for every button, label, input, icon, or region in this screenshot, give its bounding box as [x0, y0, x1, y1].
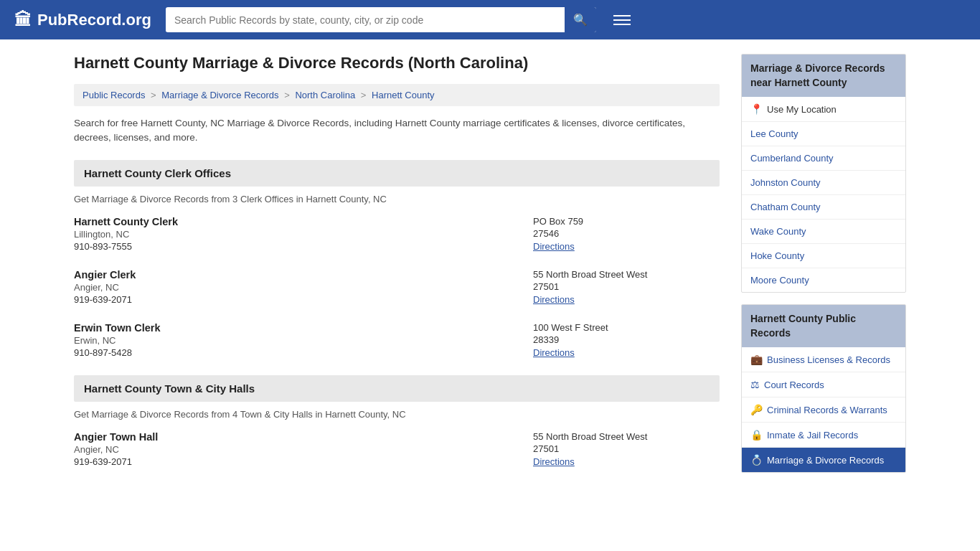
- breadcrumb: Public Records > Marriage & Divorce Reco…: [74, 84, 720, 106]
- sidebar-item-hoke-county[interactable]: Hoke County: [742, 244, 905, 268]
- site-logo[interactable]: 🏛 PubRecord.org: [14, 10, 151, 30]
- city-hall-office-1-phone: 919-639-2071: [74, 456, 519, 467]
- clerk-office-3-directions[interactable]: Directions: [533, 347, 575, 358]
- clerk-office-3-right: 100 West F Street 28339 Directions: [533, 322, 720, 358]
- content-area: Harnett County Marriage & Divorce Record…: [74, 54, 720, 484]
- clerk-section-desc: Get Marriage & Divorce Records from 3 Cl…: [74, 194, 720, 204]
- breadcrumb-north-carolina[interactable]: North Carolina: [295, 90, 355, 100]
- sidebar-inmate-label: Inmate & Jail Records: [767, 430, 858, 441]
- sidebar-court-records[interactable]: ⚖ Court Records: [742, 372, 905, 397]
- sidebar: Marriage & Divorce Records near Harnett …: [741, 54, 906, 484]
- breadcrumb-sep-2: >: [284, 90, 292, 100]
- city-hall-office-1-directions[interactable]: Directions: [533, 456, 575, 467]
- clerk-office-3: Erwin Town Clerk Erwin, NC 910-897-5428 …: [74, 322, 720, 358]
- sidebar-lee-county-label: Lee County: [750, 128, 798, 139]
- sidebar-business-licenses[interactable]: 💼 Business Licenses & Records: [742, 347, 905, 372]
- nearby-box-body: 📍 Use My Location Lee County Cumberland …: [742, 97, 905, 292]
- sidebar-marriage-divorce[interactable]: 💍 Marriage & Divorce Records: [742, 448, 905, 472]
- clerk-office-1: Harnett County Clerk Lillington, NC 910-…: [74, 216, 720, 252]
- sidebar-hoke-county-label: Hoke County: [750, 250, 804, 261]
- menu-line-3: [613, 24, 631, 25]
- sidebar-item-lee-county[interactable]: Lee County: [742, 122, 905, 146]
- clerk-office-2-address: 55 North Broad Street West: [533, 269, 720, 280]
- main-container: Harnett County Marriage & Divorce Record…: [60, 39, 920, 499]
- clerk-office-3-phone: 910-897-5428: [74, 347, 519, 358]
- city-hall-section-desc: Get Marriage & Divorce Records from 4 To…: [74, 409, 720, 420]
- clerk-section-header: Harnett County Clerk Offices: [74, 160, 720, 187]
- clerk-office-2-left: Angier Clerk Angier, NC 919-639-2071: [74, 269, 519, 305]
- marriage-icon: 💍: [750, 454, 763, 466]
- clerk-office-1-zip: 27546: [533, 228, 720, 239]
- city-hall-section-header: Harnett County Town & City Halls: [74, 375, 720, 402]
- sidebar-business-label: Business Licenses & Records: [767, 354, 890, 365]
- clerk-office-3-zip: 28339: [533, 334, 720, 345]
- search-bar: 🔍: [166, 7, 596, 32]
- sidebar-item-moore-county[interactable]: Moore County: [742, 268, 905, 292]
- inmate-icon: 🔒: [750, 429, 763, 441]
- clerk-office-3-name: Erwin Town Clerk: [74, 322, 519, 334]
- public-records-box-header: Harnett County Public Records: [742, 305, 905, 347]
- sidebar-moore-county-label: Moore County: [750, 275, 809, 286]
- search-button[interactable]: 🔍: [565, 7, 596, 32]
- sidebar-item-johnston-county[interactable]: Johnston County: [742, 171, 905, 195]
- sidebar-wake-county-label: Wake County: [750, 226, 806, 237]
- criminal-icon: 🔑: [750, 404, 763, 415]
- sidebar-criminal-records[interactable]: 🔑 Criminal Records & Warrants: [742, 397, 905, 423]
- logo-text: PubRecord.org: [37, 11, 151, 29]
- clerk-office-3-address: 100 West F Street: [533, 322, 720, 333]
- location-icon: 📍: [750, 103, 763, 115]
- search-input[interactable]: [166, 9, 565, 32]
- city-hall-office-1-address: 55 North Broad Street West: [533, 431, 720, 442]
- sidebar-location-label: Use My Location: [767, 104, 837, 115]
- clerk-office-2-city: Angier, NC: [74, 282, 519, 293]
- sidebar-use-my-location[interactable]: 📍 Use My Location: [742, 97, 905, 122]
- breadcrumb-sep-1: >: [151, 90, 159, 100]
- sidebar-item-wake-county[interactable]: Wake County: [742, 220, 905, 244]
- city-hall-office-1: Angier Town Hall Angier, NC 919-639-2071…: [74, 431, 720, 467]
- sidebar-item-chatham-county[interactable]: Chatham County: [742, 195, 905, 220]
- city-hall-office-1-left: Angier Town Hall Angier, NC 919-639-2071: [74, 431, 519, 467]
- city-hall-office-1-name: Angier Town Hall: [74, 431, 519, 443]
- clerk-office-1-right: PO Box 759 27546 Directions: [533, 216, 720, 252]
- nearby-box: Marriage & Divorce Records near Harnett …: [741, 54, 906, 293]
- breadcrumb-marriage-divorce[interactable]: Marriage & Divorce Records: [161, 90, 278, 100]
- public-records-box: Harnett County Public Records 💼 Business…: [741, 304, 906, 473]
- clerk-office-2-phone: 919-639-2071: [74, 294, 519, 305]
- sidebar-court-label: Court Records: [764, 380, 824, 390]
- menu-button[interactable]: [611, 12, 633, 28]
- sidebar-inmate-records[interactable]: 🔒 Inmate & Jail Records: [742, 423, 905, 448]
- clerk-office-1-name: Harnett County Clerk: [74, 216, 519, 227]
- city-hall-office-1-city: Angier, NC: [74, 444, 519, 455]
- breadcrumb-public-records[interactable]: Public Records: [83, 90, 145, 100]
- clerk-office-1-city: Lillington, NC: [74, 229, 519, 240]
- sidebar-cumberland-county-label: Cumberland County: [750, 153, 834, 164]
- clerk-office-1-address: PO Box 759: [533, 216, 720, 227]
- logo-icon: 🏛: [14, 10, 32, 30]
- clerk-office-2-name: Angier Clerk: [74, 269, 519, 281]
- public-records-box-body: 💼 Business Licenses & Records ⚖ Court Re…: [742, 347, 905, 472]
- sidebar-marriage-label: Marriage & Divorce Records: [767, 455, 884, 466]
- clerk-office-3-city: Erwin, NC: [74, 335, 519, 346]
- business-icon: 💼: [750, 354, 763, 365]
- clerk-office-1-directions[interactable]: Directions: [533, 241, 575, 252]
- city-hall-office-1-zip: 27501: [533, 443, 720, 454]
- breadcrumb-harnett-county[interactable]: Harnett County: [372, 90, 434, 100]
- clerk-office-2-zip: 27501: [533, 281, 720, 292]
- page-description: Search for free Harnett County, NC Marri…: [74, 116, 720, 146]
- city-hall-office-1-right: 55 North Broad Street West 27501 Directi…: [533, 431, 720, 467]
- breadcrumb-sep-3: >: [361, 90, 369, 100]
- court-icon: ⚖: [750, 379, 760, 390]
- menu-line-1: [613, 15, 631, 17]
- clerk-office-1-phone: 910-893-7555: [74, 241, 519, 252]
- page-title: Harnett County Marriage & Divorce Record…: [74, 54, 720, 72]
- clerk-office-2: Angier Clerk Angier, NC 919-639-2071 55 …: [74, 269, 720, 305]
- clerk-office-2-directions[interactable]: Directions: [533, 294, 575, 305]
- nearby-box-header: Marriage & Divorce Records near Harnett …: [742, 55, 905, 97]
- sidebar-criminal-label: Criminal Records & Warrants: [767, 405, 887, 415]
- clerk-office-2-right: 55 North Broad Street West 27501 Directi…: [533, 269, 720, 305]
- clerk-office-1-left: Harnett County Clerk Lillington, NC 910-…: [74, 216, 519, 252]
- sidebar-item-cumberland-county[interactable]: Cumberland County: [742, 146, 905, 171]
- site-header: 🏛 PubRecord.org 🔍: [0, 0, 980, 39]
- clerk-office-3-left: Erwin Town Clerk Erwin, NC 910-897-5428: [74, 322, 519, 358]
- sidebar-johnston-county-label: Johnston County: [750, 177, 821, 188]
